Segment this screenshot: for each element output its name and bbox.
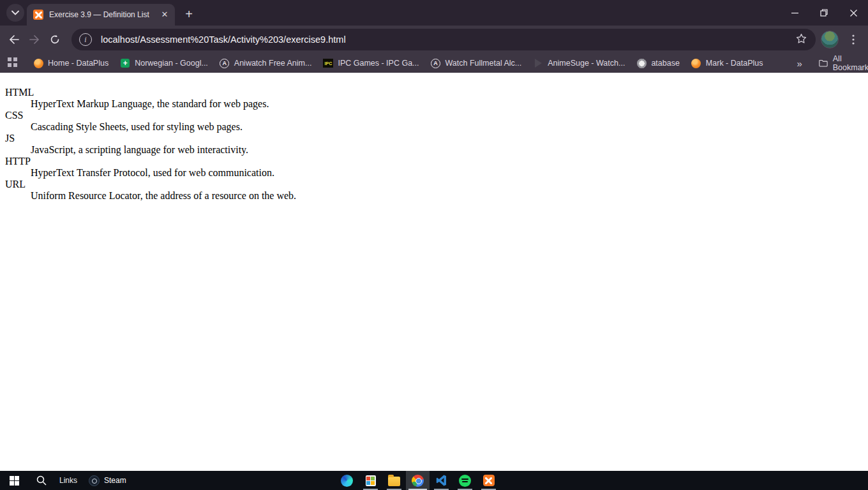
- reload-icon: [50, 34, 60, 45]
- xampp-icon: [483, 475, 495, 486]
- dataplus-sphere-icon: [691, 58, 701, 68]
- taskbar-xampp-button[interactable]: [477, 471, 500, 490]
- close-window-button[interactable]: [839, 0, 868, 26]
- site-info-icon[interactable]: i: [79, 33, 92, 46]
- aniwatch-icon: A: [220, 58, 230, 68]
- start-button[interactable]: [0, 471, 29, 490]
- ipc-games-icon: IPC: [323, 58, 333, 68]
- minimize-icon: [791, 10, 798, 17]
- definition-term: HTML: [5, 87, 868, 98]
- taskbar-search-button[interactable]: [29, 471, 54, 490]
- bookmark-label: Aniwatch Free Anim...: [234, 59, 312, 68]
- chevron-down-icon: [11, 10, 19, 15]
- bookmark-label: AnimeSuge - Watch...: [548, 59, 625, 68]
- definition-term: CSS: [5, 110, 868, 121]
- taskbar-spotify-button[interactable]: [453, 471, 477, 490]
- url-text[interactable]: localhost/Assessment%20Task/Activity%203…: [101, 34, 796, 45]
- chrome-icon: [412, 475, 424, 487]
- address-bar[interactable]: i localhost/Assessment%20Task/Activity%2…: [71, 29, 816, 50]
- tab-close-icon[interactable]: ✕: [160, 10, 170, 20]
- bookmark-norwegian[interactable]: + Norwegian - Googl...: [114, 56, 214, 71]
- definition-description: Uniform Resource Locator, the address of…: [31, 190, 868, 202]
- definition-description: HyperText Markup Language, the standard …: [31, 98, 868, 110]
- bookmark-aniwatch[interactable]: A Aniwatch Free Anim...: [214, 56, 318, 71]
- vscode-icon: [436, 475, 447, 486]
- bookmark-ipc-games[interactable]: IPC IPC Games - IPC Ga...: [317, 56, 424, 71]
- folder-outline-icon: [819, 59, 828, 68]
- windows-taskbar: Links Steam: [0, 471, 868, 490]
- browser-menu-button[interactable]: [845, 31, 862, 48]
- bookmark-label: Home - DataPlus: [48, 59, 108, 68]
- bookmark-mark-dataplus[interactable]: Mark - DataPlus: [685, 56, 769, 71]
- bookmark-label: Watch Fullmetal Alc...: [445, 59, 522, 68]
- taskbar-file-explorer-button[interactable]: [382, 471, 406, 490]
- spotify-icon: [459, 475, 471, 487]
- back-button[interactable]: [4, 29, 24, 50]
- windows-logo-icon: [10, 476, 19, 486]
- bookmark-home-dataplus[interactable]: Home - DataPlus: [27, 56, 114, 71]
- google-sheet-icon: +: [120, 58, 130, 68]
- dataplus-sphere-icon: [33, 58, 43, 68]
- links-toolbar-label[interactable]: Links: [54, 471, 82, 490]
- file-explorer-icon: [388, 477, 400, 486]
- reload-button[interactable]: [45, 29, 65, 50]
- restore-button[interactable]: [809, 0, 839, 26]
- definition-description: Cascading Style Sheets, used for styling…: [31, 121, 868, 133]
- browser-tab[interactable]: Exercise 3.9 — Definition List ✕: [27, 4, 175, 26]
- profile-avatar[interactable]: [821, 31, 839, 48]
- steam-icon: [89, 475, 100, 486]
- taskbar-store-button[interactable]: [359, 471, 382, 490]
- definition-term: JS: [5, 133, 868, 144]
- web-page-content: HTML HyperText Markup Language, the stan…: [0, 73, 868, 471]
- taskbar-edge-button[interactable]: [335, 471, 359, 490]
- xampp-favicon-icon: [33, 10, 43, 20]
- bookmarks-bar: Home - DataPlus + Norwegian - Googl... A…: [0, 54, 868, 73]
- bookmark-animesuge[interactable]: AnimeSuge - Watch...: [527, 56, 631, 71]
- aniwatch-icon: A: [431, 58, 441, 68]
- bookmark-label: IPC Games - IPC Ga...: [338, 59, 419, 68]
- new-tab-button[interactable]: +: [181, 6, 197, 23]
- back-arrow-icon: [9, 35, 19, 44]
- browser-titlebar: Exercise 3.9 — Definition List ✕ +: [0, 0, 868, 26]
- definition-term: HTTP: [5, 156, 868, 167]
- all-bookmarks-label: All Bookmarks: [833, 54, 868, 72]
- tab-title: Exercise 3.9 — Definition List: [49, 10, 160, 19]
- kebab-menu-icon: [852, 34, 855, 45]
- forward-button[interactable]: [24, 29, 45, 50]
- definition-list: HTML HyperText Markup Language, the stan…: [5, 87, 868, 202]
- search-icon: [36, 475, 47, 486]
- steam-label: Steam: [104, 476, 126, 485]
- taskbar-chrome-button[interactable]: [406, 471, 430, 490]
- microsoft-store-icon: [366, 475, 376, 486]
- browser-toolbar: i localhost/Assessment%20Task/Activity%2…: [0, 26, 868, 54]
- definition-description: JavaScript, a scripting language for web…: [31, 144, 868, 156]
- definition-description: HyperText Transfer Protocol, used for we…: [31, 167, 868, 179]
- globe-icon: [636, 58, 647, 68]
- all-bookmarks-button[interactable]: All Bookmarks: [816, 54, 868, 72]
- bookmark-star-icon[interactable]: [796, 33, 807, 47]
- close-icon: [850, 10, 857, 17]
- definition-term: URL: [5, 179, 868, 190]
- bookmark-label: atabase: [651, 59, 679, 68]
- play-triangle-icon: [533, 58, 543, 68]
- bookmarks-overflow-chevron[interactable]: »: [793, 58, 805, 69]
- steam-taskbar-item[interactable]: Steam: [82, 471, 133, 490]
- bookmark-atabase[interactable]: atabase: [631, 56, 685, 71]
- taskbar-vscode-button[interactable]: [430, 471, 453, 490]
- taskbar-app-icons: [335, 471, 500, 490]
- bookmark-label: Mark - DataPlus: [706, 59, 763, 68]
- apps-grid-icon[interactable]: [8, 57, 17, 69]
- bookmark-fullmetal[interactable]: A Watch Fullmetal Alc...: [425, 56, 528, 71]
- minimize-button[interactable]: [780, 0, 809, 26]
- edge-icon: [341, 475, 353, 487]
- bookmark-label: Norwegian - Googl...: [135, 59, 208, 68]
- window-controls: [780, 0, 868, 26]
- forward-arrow-icon: [29, 35, 40, 44]
- tab-search-button[interactable]: [6, 4, 24, 22]
- restore-icon: [820, 9, 828, 17]
